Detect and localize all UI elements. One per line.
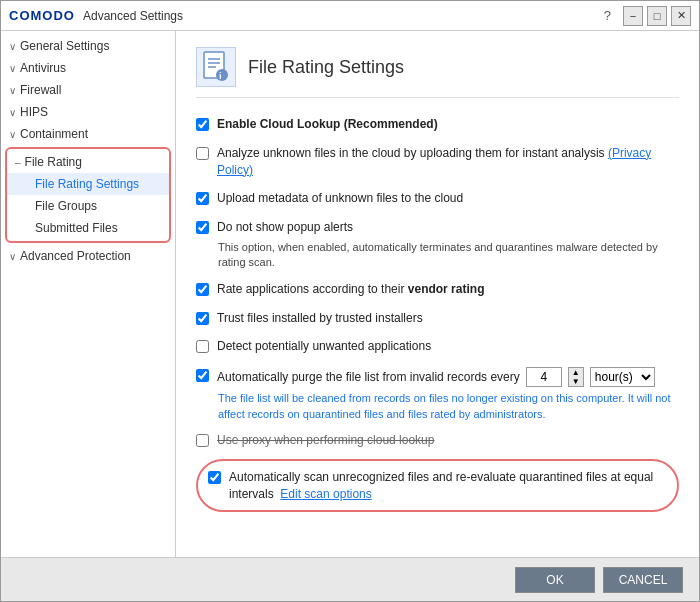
minimize-button[interactable]: − [623,6,643,26]
chevron-icon: ∨ [9,107,16,118]
sidebar-item-label: Containment [20,127,88,141]
window-controls: − □ ✕ [623,6,691,26]
file-rating-group: – File Rating File Rating Settings File … [5,147,171,243]
setting-analyze-unknown: Analyze unknown files in the cloud by up… [196,143,679,181]
setting-row: Rate applications according to their ven… [196,279,679,300]
sidebar-item-containment[interactable]: ∨ Containment [1,123,175,145]
window-title: Advanced Settings [83,9,592,23]
setting-row: Detect potentially unwanted applications [196,336,679,357]
no-popup-checkbox[interactable] [196,221,209,234]
setting-label: Detect potentially unwanted applications [217,338,431,355]
sidebar-item-label: General Settings [20,39,109,53]
maximize-button[interactable]: □ [647,6,667,26]
analyze-unknown-checkbox[interactable] [196,147,209,160]
chevron-icon: ∨ [9,251,16,262]
sidebar-item-label: Antivirus [20,61,66,75]
rate-vendor-checkbox[interactable] [196,283,209,296]
setting-use-proxy: Use proxy when performing cloud lookup [196,430,679,451]
titlebar: COMODO Advanced Settings ? − □ ✕ [1,1,699,31]
bold-text: vendor rating [408,282,485,296]
cancel-button[interactable]: CANCEL [603,567,683,593]
sidebar-item-file-rating-settings[interactable]: File Rating Settings [7,173,169,195]
svg-rect-4 [216,69,228,81]
sidebar-item-file-groups[interactable]: File Groups [7,195,169,217]
label-text: Enable Cloud Lookup (Recommended) [217,117,438,131]
sidebar-item-label: Firewall [20,83,61,97]
setting-no-popup: Do not show popup alerts This option, wh… [196,217,679,271]
content-panel: i File Rating Settings Enable Cloud Look… [176,31,699,557]
auto-scan-checkbox[interactable] [208,471,221,484]
trust-installers-checkbox[interactable] [196,312,209,325]
purge-label-text: Automatically purge the file list from i… [217,369,520,386]
bottom-bar: OK CANCEL [1,557,699,601]
sidebar-item-label: Submitted Files [35,221,118,235]
setting-row: Trust files installed by trusted install… [196,308,679,329]
setting-upload-metadata: Upload metadata of unknown files to the … [196,188,679,209]
use-proxy-checkbox[interactable] [196,434,209,447]
dash-icon: – [15,157,21,168]
help-button[interactable]: ? [600,8,615,23]
setting-rate-vendor: Rate applications according to their ven… [196,279,679,300]
purge-info-text: The file list will be cleaned from recor… [218,391,679,422]
chevron-icon: ∨ [9,85,16,96]
svg-text:i: i [219,71,222,81]
setting-label: Use proxy when performing cloud lookup [217,432,434,449]
setting-row: Enable Cloud Lookup (Recommended) [196,114,679,135]
purge-interval-input[interactable] [526,367,562,387]
setting-row: Automatically scan unrecognized files an… [208,467,667,505]
setting-trust-installers: Trust files installed by trusted install… [196,308,679,329]
purge-interval-select[interactable]: hour(s) day(s) week(s) [590,367,655,387]
setting-label: Automatically scan unrecognized files an… [229,469,667,503]
setting-row: Use proxy when performing cloud lookup [196,430,679,451]
sidebar-item-hips[interactable]: ∨ HIPS [1,101,175,123]
sidebar-item-advanced-protection[interactable]: ∨ Advanced Protection [1,245,175,267]
setting-enable-cloud-lookup: Enable Cloud Lookup (Recommended) [196,114,679,135]
sidebar-item-general-settings[interactable]: ∨ General Settings [1,35,175,57]
setting-label: Enable Cloud Lookup (Recommended) [217,116,438,133]
chevron-icon: ∨ [9,63,16,74]
inline-control: Automatically purge the file list from i… [217,367,655,387]
sidebar-item-label: File Rating Settings [35,177,139,191]
sidebar: ∨ General Settings ∨ Antivirus ∨ Firewal… [1,31,176,557]
spinner-down-button[interactable]: ▼ [569,377,583,386]
setting-detect-pua: Detect potentially unwanted applications [196,336,679,357]
setting-sub-text: This option, when enabled, automatically… [218,240,679,271]
chevron-icon: ∨ [9,129,16,140]
auto-purge-checkbox[interactable] [196,369,209,382]
setting-label: Analyze unknown files in the cloud by up… [217,145,679,179]
setting-label: Automatically purge the file list from i… [217,367,655,387]
enable-cloud-lookup-checkbox[interactable] [196,118,209,131]
setting-row: Do not show popup alerts [196,217,679,238]
sidebar-item-label: Advanced Protection [20,249,131,263]
sidebar-item-label: HIPS [20,105,48,119]
sidebar-item-label: File Groups [35,199,97,213]
purge-interval-spinner: ▲ ▼ [568,367,584,387]
setting-label: Trust files installed by trusted install… [217,310,423,327]
page-header: i File Rating Settings [196,47,679,98]
upload-metadata-checkbox[interactable] [196,192,209,205]
privacy-policy-link[interactable]: (Privacy Policy) [217,146,651,177]
setting-label: Upload metadata of unknown files to the … [217,190,463,207]
setting-row: Automatically purge the file list from i… [196,365,679,389]
edit-scan-options-link[interactable]: Edit scan options [280,487,371,501]
file-rating-icon: i [196,47,236,87]
detect-pua-checkbox[interactable] [196,340,209,353]
close-button[interactable]: ✕ [671,6,691,26]
app-logo: COMODO [9,8,75,23]
main-window: COMODO Advanced Settings ? − □ ✕ ∨ Gener… [0,0,700,602]
spinner-up-button[interactable]: ▲ [569,368,583,377]
page-title: File Rating Settings [248,57,404,78]
setting-auto-purge: Automatically purge the file list from i… [196,365,679,422]
sidebar-item-label: File Rating [25,155,82,169]
setting-row: Upload metadata of unknown files to the … [196,188,679,209]
sidebar-item-submitted-files[interactable]: Submitted Files [7,217,169,239]
setting-label: Do not show popup alerts [217,219,353,236]
auto-scan-highlight: Automatically scan unrecognized files an… [196,459,679,513]
setting-row: Analyze unknown files in the cloud by up… [196,143,679,181]
main-content: ∨ General Settings ∨ Antivirus ∨ Firewal… [1,31,699,557]
ok-button[interactable]: OK [515,567,595,593]
chevron-down-icon: ∨ [9,41,16,52]
sidebar-item-antivirus[interactable]: ∨ Antivirus [1,57,175,79]
sidebar-item-file-rating[interactable]: – File Rating [7,151,169,173]
sidebar-item-firewall[interactable]: ∨ Firewall [1,79,175,101]
